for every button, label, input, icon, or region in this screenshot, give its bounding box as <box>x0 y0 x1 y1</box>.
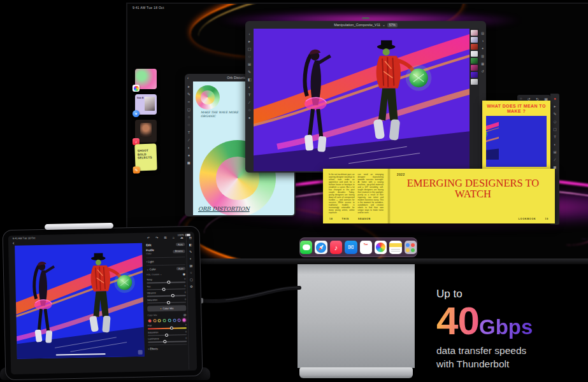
erase-tool-icon[interactable]: ◻ <box>186 106 192 112</box>
stage-manager-notes-window[interactable]: SHOOT BOLD SELECTS ✎ <box>134 143 157 171</box>
brush-tool-icon[interactable]: ✎ <box>189 250 192 253</box>
window-drag-handle[interactable] <box>362 17 369 19</box>
versions-icon[interactable]: ⊞ <box>164 236 166 239</box>
node-tool-icon[interactable]: ◇ <box>552 118 558 124</box>
lasso-tool-icon[interactable]: ◌ <box>186 122 192 127</box>
layers-panel-icon[interactable]: ▤ <box>480 31 485 36</box>
cloud-sync-icon[interactable]: ☁ <box>180 235 183 239</box>
messages-icon[interactable] <box>300 241 312 254</box>
settings-icon[interactable]: ⚙ <box>190 285 193 288</box>
orb-tool-rail[interactable]: ▸✎≈◻○◌T∕◐●◼ <box>185 81 193 216</box>
temp-slider[interactable]: Temp0 <box>147 278 185 283</box>
vector-tool-icon[interactable]: ∕ <box>552 157 558 162</box>
channels-panel-icon[interactable]: ▥ <box>480 53 485 59</box>
color-mix-swatches[interactable] <box>148 318 187 322</box>
redo-icon[interactable]: ↷ <box>155 236 158 239</box>
layer-thumbnail[interactable] <box>471 30 478 36</box>
fill-tool-icon[interactable]: ◐ <box>186 145 192 150</box>
crop-tool-icon[interactable]: ⊞ <box>247 61 252 67</box>
vibrance-slider[interactable]: Vibrance0 <box>147 291 186 297</box>
composite-canvas[interactable] <box>254 29 470 171</box>
app-library-icon[interactable] <box>405 241 417 254</box>
crop-tool-icon[interactable]: ⊞ <box>552 149 558 155</box>
effects-section-toggle[interactable]: › Effects <box>148 346 187 350</box>
auto-button[interactable]: Auto <box>176 243 185 246</box>
hsl-mode-select[interactable]: Custom <box>152 273 159 276</box>
text-tool-icon[interactable]: T <box>186 129 192 135</box>
light-section-toggle[interactable]: › Light <box>147 259 185 263</box>
safari-icon[interactable] <box>315 241 327 254</box>
heal-tool-icon[interactable]: ◧ <box>189 243 192 246</box>
notes-icon[interactable] <box>389 241 401 254</box>
saturation-slider[interactable]: Saturation0 <box>147 298 186 304</box>
fx-panel-icon[interactable]: ✦ <box>480 46 485 52</box>
back-icon[interactable]: ‹ <box>187 76 189 80</box>
move-tool-icon[interactable]: ▸ <box>247 38 252 44</box>
yellow-swatch[interactable] <box>158 319 161 322</box>
share-icon[interactable]: ⌂ <box>173 236 175 239</box>
before-after-icon[interactable] <box>138 350 143 355</box>
clone-tool-icon[interactable]: ◧ <box>247 76 252 82</box>
color-swatch-icon[interactable]: ● <box>247 115 252 120</box>
color-auto-button[interactable]: Auto <box>176 267 185 270</box>
dodge-tool-icon[interactable]: ◐ <box>247 84 252 90</box>
panel-toolbar[interactable]: ↶↷⊞⌂☁ <box>146 234 185 241</box>
layer-thumbnail[interactable] <box>471 65 478 71</box>
composite-editor-window[interactable]: Manipulation_Composite_V11 ⌄ 57% ‹▸▢◌⊞✎◧… <box>245 21 486 173</box>
marquee-tool-icon[interactable]: ▢ <box>247 46 252 52</box>
magenta-swatch[interactable] <box>182 318 185 322</box>
layer-thumbnail[interactable] <box>471 44 478 50</box>
brush-tool-icon[interactable]: ✎ <box>186 91 192 97</box>
tint-slider[interactable]: Tint0 <box>147 285 185 290</box>
layer-thumbnail[interactable] <box>471 79 478 85</box>
presets-icon[interactable]: ▤ <box>189 264 192 267</box>
stock-panel-icon[interactable]: ▦ <box>480 61 485 67</box>
red-swatch[interactable] <box>148 319 152 322</box>
back-icon[interactable]: ‹ <box>13 241 14 245</box>
luminance-slider[interactable]: Luminance0 <box>148 337 187 343</box>
calendar-icon[interactable]: Tue 18 <box>360 241 372 254</box>
green-swatch[interactable] <box>163 319 166 322</box>
record-dot-icon[interactable]: ● <box>552 96 558 101</box>
line-tool-icon[interactable]: ∕ <box>186 137 192 143</box>
history-panel-icon[interactable]: ↺ <box>480 69 485 74</box>
adjust-panel-icon[interactable]: ◑ <box>480 38 485 44</box>
shape-tool-icon[interactable]: ▢ <box>552 126 558 132</box>
text-tool-icon[interactable]: T <box>552 134 558 139</box>
move-tool-icon[interactable]: ▸ <box>552 103 558 109</box>
blue-swatch[interactable] <box>173 319 176 322</box>
layers-strip[interactable] <box>470 29 479 171</box>
layer-thumbnail[interactable] <box>471 72 478 78</box>
main-window-titlebar[interactable]: Manipulation_Composite_V11 ⌄ 57% <box>245 21 486 29</box>
back-icon[interactable]: ‹ <box>247 31 252 36</box>
poster-card[interactable]: WHAT DOES IT MEAN TO MAKE ? <box>482 101 550 173</box>
pen-tool-icon[interactable]: ∕ <box>247 99 252 105</box>
orange-swatch[interactable] <box>153 319 156 322</box>
fill-tool-icon[interactable]: ◐ <box>552 141 558 147</box>
layer-thumbnail[interactable] <box>471 51 478 57</box>
eyedropper-icon[interactable]: ◉ <box>183 272 185 276</box>
brush-tool-icon[interactable]: ✎ <box>247 69 252 74</box>
mix-saturation-slider[interactable]: Saturation0 <box>148 330 187 336</box>
zoom-tool-icon[interactable]: ○ <box>247 107 252 113</box>
smudge-tool-icon[interactable]: ≈ <box>186 99 192 104</box>
stage-manager-photos-window[interactable] <box>135 69 157 89</box>
browse-button[interactable]: Browse <box>173 250 185 253</box>
purple-swatch[interactable] <box>178 318 181 322</box>
zoom-level-badge[interactable]: 57% <box>387 23 398 27</box>
stroke-swatch-icon[interactable]: ◼ <box>186 160 192 166</box>
stage-manager-messages-window[interactable]: Side B ✦ <box>135 94 157 115</box>
geometry-tool-icon[interactable]: ▢ <box>190 278 193 281</box>
photos-icon[interactable] <box>375 241 387 254</box>
aqua-swatch[interactable] <box>168 319 171 322</box>
stage-manager-music-window[interactable]: ♪ <box>135 120 157 143</box>
text-tool-icon[interactable]: T <box>247 92 252 97</box>
color-section-toggle[interactable]: ⌄ Color Auto <box>147 267 185 271</box>
layer-thumbnail[interactable] <box>471 37 478 43</box>
main-tool-rail[interactable]: ‹▸▢◌⊞✎◧◐T∕○● <box>245 29 254 173</box>
mail-icon[interactable]: ✉ <box>345 241 357 254</box>
crop-tool-icon[interactable]: ⊞ <box>189 236 192 239</box>
color-mix-button[interactable]: ◑ Color Mix <box>147 305 186 311</box>
undo-icon[interactable]: ↶ <box>147 236 150 239</box>
shape-tool-icon[interactable]: ○ <box>186 114 192 120</box>
